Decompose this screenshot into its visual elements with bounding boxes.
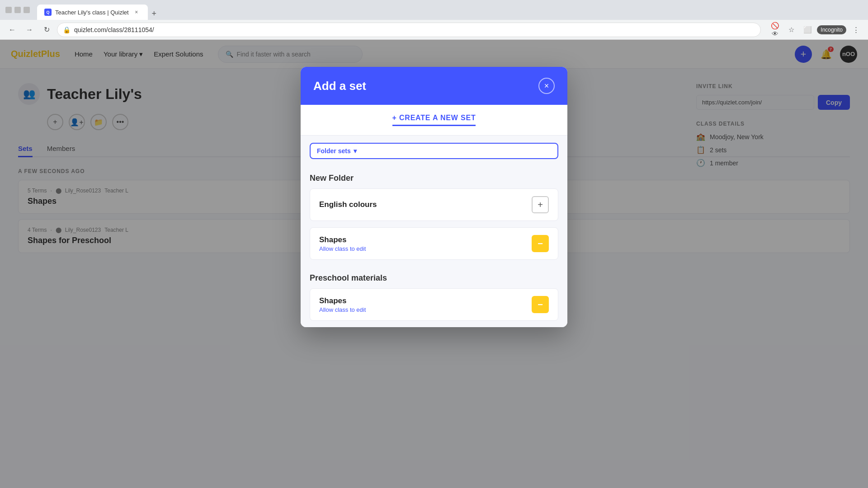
incognito-badge: Incognito [817, 25, 846, 34]
modal-overlay[interactable]: Add a set × + CREATE A NEW SET Folder se… [0, 40, 868, 488]
active-tab[interactable]: Q Teacher Lily's class | Quizlet × [37, 5, 148, 20]
close-window-button[interactable] [24, 7, 30, 13]
modal-header: Add a set × [301, 67, 567, 105]
back-button[interactable]: ← [5, 23, 19, 37]
create-new-set-link[interactable]: + CREATE A NEW SET [392, 114, 476, 126]
browser-chrome: Q Teacher Lily's class | Quizlet × + ← →… [0, 0, 868, 488]
tab-favicon: Q [44, 9, 52, 16]
add-set-modal: Add a set × + CREATE A NEW SET Folder se… [301, 67, 567, 327]
app-content: QuizletPlus Home Your library ▾ Expert S… [0, 40, 868, 488]
preschool-shapes-row: Shapes Allow class to edit − [310, 288, 558, 321]
browser-toolbar: ← → ↻ 🔒 quizlet.com/class/28111054/ 🚫👁 ☆… [0, 20, 868, 40]
preschool-section-title: Preschool materials [310, 273, 558, 283]
preschool-shapes-title: Shapes [319, 296, 366, 305]
folder-sets-label: Folder sets [317, 147, 351, 155]
modal-body: + CREATE A NEW SET Folder sets ▾ New Fol… [301, 105, 567, 327]
lock-icon: 🔒 [63, 26, 71, 33]
remove-preschool-shapes-button[interactable]: − [532, 296, 549, 313]
modal-title: Add a set [313, 79, 366, 93]
maximize-button[interactable] [14, 7, 21, 13]
shapes-info: Shapes Allow class to edit [319, 235, 366, 252]
bookmark-icon[interactable]: ☆ [784, 23, 798, 37]
folder-sets-dropdown[interactable]: Folder sets ▾ [310, 143, 558, 159]
tab-title: Teacher Lily's class | Quizlet [55, 9, 129, 16]
new-folder-section: New Folder English colours + [301, 166, 567, 227]
create-new-tab-area: + CREATE A NEW SET [301, 105, 567, 136]
new-folder-title: New Folder [310, 174, 558, 183]
address-text: quizlet.com/class/28111054/ [74, 26, 154, 33]
shapes-title: Shapes [319, 235, 366, 244]
forward-button[interactable]: → [23, 23, 36, 37]
add-english-colours-button[interactable]: + [532, 196, 549, 213]
toolbar-actions: 🚫👁 ☆ ⬜ Incognito ⋮ [768, 23, 863, 37]
new-tab-button[interactable]: + [148, 7, 160, 20]
english-colours-title: English colours [319, 200, 377, 209]
browser-titlebar: Q Teacher Lily's class | Quizlet × + [0, 0, 868, 20]
preschool-section: Preschool materials Shapes Allow class t… [301, 266, 567, 327]
menu-icon[interactable]: ⋮ [849, 23, 863, 37]
modal-filter-bar: Folder sets ▾ [301, 136, 567, 166]
english-colours-row: English colours + [310, 188, 558, 221]
minimize-button[interactable] [5, 7, 12, 13]
shapes-allow-edit: Allow class to edit [319, 245, 366, 252]
preschool-allow-edit: Allow class to edit [319, 306, 366, 313]
preschool-shapes-info: Shapes Allow class to edit [319, 296, 366, 313]
window-controls [5, 7, 30, 13]
modal-close-button[interactable]: × [538, 78, 555, 94]
eye-slash-icon[interactable]: 🚫👁 [768, 23, 782, 37]
address-bar[interactable]: 🔒 quizlet.com/class/28111054/ [57, 23, 761, 37]
remove-shapes-button[interactable]: − [532, 235, 549, 252]
shapes-new-folder-section: Shapes Allow class to edit − [301, 227, 567, 266]
extension-icon[interactable]: ⬜ [801, 23, 814, 37]
tab-close-button[interactable]: × [132, 8, 141, 16]
reload-button[interactable]: ↻ [40, 23, 53, 37]
shapes-row: Shapes Allow class to edit − [310, 227, 558, 260]
dropdown-chevron-icon: ▾ [354, 147, 357, 155]
english-colours-info: English colours [319, 200, 377, 209]
browser-tabs: Q Teacher Lily's class | Quizlet × + [37, 0, 160, 20]
